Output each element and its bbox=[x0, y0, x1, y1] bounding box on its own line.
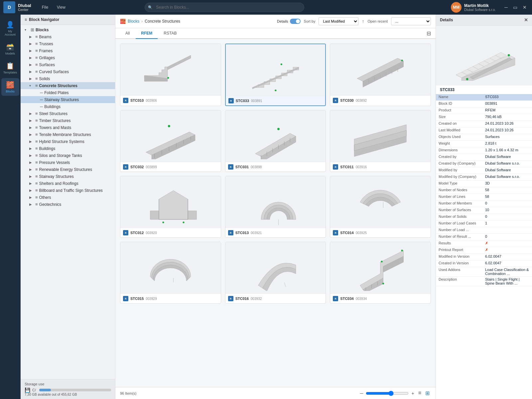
zoom-plus[interactable]: + bbox=[411, 391, 414, 396]
maximize-button[interactable]: ▭ bbox=[511, 4, 519, 11]
svg-point-70 bbox=[507, 54, 510, 57]
nav-item-trusses[interactable]: ▶ ≡ Trusses bbox=[21, 40, 115, 47]
minimize-button[interactable]: ─ bbox=[502, 4, 510, 11]
block-card-stc033[interactable]: R STC033 003891 bbox=[225, 44, 326, 106]
nav-item-curved-surfaces[interactable]: ▶ ≡ Curved Surfaces bbox=[21, 68, 115, 75]
block-card-stc031[interactable]: R STC031 003898 bbox=[225, 110, 326, 172]
nav-item-concrete-structures[interactable]: ▾ ≡ Concrete Structures bbox=[21, 82, 115, 89]
nav-item-towers-masts[interactable]: ▶ ≡ Towers and Masts bbox=[21, 124, 115, 131]
nav-item-geotechnics[interactable]: ▶ ≡ Geotechnics bbox=[21, 201, 115, 208]
nav-item-renewable[interactable]: ▶ ≡ Renewable Energy Structures bbox=[21, 166, 115, 173]
home-icon: 🧱 bbox=[120, 19, 126, 24]
search-input[interactable] bbox=[145, 3, 304, 12]
logo-icon: D bbox=[3, 1, 15, 13]
svg-marker-1 bbox=[168, 55, 191, 70]
nav-item-buildings-sub[interactable]: ─ Buildings bbox=[21, 103, 115, 110]
avatar: MM bbox=[451, 2, 462, 13]
detail-row: Block ID003891 bbox=[436, 101, 532, 107]
nav-item-silos[interactable]: ▶ ≡ Silos and Storage Tanks bbox=[21, 152, 115, 159]
nav-item-stairway-structures-sub[interactable]: ─ Stairway Structures bbox=[21, 96, 115, 103]
details-header: Details ✕ bbox=[436, 15, 532, 26]
detail-row: Number of Lines58 bbox=[436, 194, 532, 200]
detail-row: Created in Version6.02.0047 bbox=[436, 260, 532, 267]
nav-item-solids[interactable]: ▶ ≡ Solids bbox=[21, 75, 115, 82]
detail-row: Weight2.818 t bbox=[436, 141, 532, 147]
nav-header: ≡ Block Navigator bbox=[21, 15, 115, 25]
card-image bbox=[225, 242, 326, 294]
block-card-stc016[interactable]: R STC016 003932 bbox=[225, 242, 326, 304]
nav-item-surfaces[interactable]: ▶ ≡ Surfaces bbox=[21, 61, 115, 68]
tab-all[interactable]: All bbox=[120, 28, 135, 39]
nav-item-billboard[interactable]: ▶ ≡ Billboard and Traffic Sign Structure… bbox=[21, 187, 115, 194]
card-image bbox=[330, 110, 431, 162]
detail-row: ProductRFEM bbox=[436, 107, 532, 114]
block-card-stc014[interactable]: R STC014 003925 bbox=[330, 176, 431, 238]
open-recent-select[interactable]: ... bbox=[391, 17, 431, 25]
block-card-stc010[interactable]: R STC010 003906 bbox=[120, 44, 221, 106]
detail-row: Number of Solids0 bbox=[436, 214, 532, 220]
nav-item-grillages[interactable]: ▶ ≡ Grillages bbox=[21, 54, 115, 61]
nav-item-frames[interactable]: ▶ ≡ Frames bbox=[21, 47, 115, 54]
block-card-stc012[interactable]: R STC012 003920 bbox=[120, 176, 221, 238]
storage-bar-fill bbox=[39, 389, 51, 391]
nav-item-pressure[interactable]: ▶ ≡ Pressure Vessels bbox=[21, 159, 115, 166]
rfem-badge: R bbox=[333, 164, 338, 170]
detail-row: Modified in Version6.02.0047 bbox=[436, 254, 532, 260]
nav-item-folded-plates[interactable]: ─ Folded Plates bbox=[21, 89, 115, 96]
nav-item-beams[interactable]: ▶ ≡ Beams bbox=[21, 33, 115, 40]
block-card-stc034[interactable]: R STC034 003934 bbox=[330, 242, 431, 304]
nav-item-steel-structures[interactable]: ▶ ≡ Steel Structures bbox=[21, 110, 115, 117]
block-card-stc011[interactable]: R STC011 003916 bbox=[330, 110, 431, 172]
zoom-slider[interactable] bbox=[366, 391, 409, 396]
zoom-minus[interactable]: ─ bbox=[360, 391, 363, 396]
svg-marker-41 bbox=[159, 191, 188, 219]
details-close-button[interactable]: ✕ bbox=[524, 17, 528, 23]
details-toggle[interactable]: Details bbox=[277, 19, 301, 24]
nav-item-stairway[interactable]: ▶ ≡ Stairway Structures bbox=[21, 173, 115, 180]
detail-row: NameSTC033 bbox=[436, 94, 532, 101]
toggle-track[interactable] bbox=[290, 19, 301, 24]
rfem-badge: R bbox=[333, 98, 338, 103]
block-card-stc030[interactable]: R STC030 003892 bbox=[330, 44, 431, 106]
nav-item-others[interactable]: ▶ ≡ Others bbox=[21, 194, 115, 201]
block-card-stc015[interactable]: R STC015 003929 bbox=[120, 242, 221, 304]
file-menu[interactable]: File bbox=[38, 3, 52, 12]
sidebar-item-my-account[interactable]: 👤 My Account bbox=[1, 18, 19, 39]
filter-icon[interactable]: ⊟ bbox=[427, 30, 431, 37]
card-image bbox=[120, 176, 221, 228]
block-card-stc032[interactable]: R STC032 003899 bbox=[120, 110, 221, 172]
view-menu[interactable]: View bbox=[53, 3, 69, 12]
breadcrumb-bar: 🧱 Blocks › Concrete Structures Details S… bbox=[115, 15, 436, 28]
nav-item-hybrid-structure[interactable]: ▶ ≡ Hybrid Structure Systems bbox=[21, 138, 115, 145]
detail-row: Dimensions1.20 x 1.66 x 4.32 m bbox=[436, 147, 532, 154]
sidebar-item-templates[interactable]: 📋 Templates bbox=[1, 59, 19, 77]
tab-rstab[interactable]: RSTAB bbox=[158, 28, 182, 39]
breadcrumb-home[interactable]: Blocks bbox=[128, 19, 139, 24]
nav-item-timber-structures[interactable]: ▶ ≡ Timber Structures bbox=[21, 117, 115, 124]
detail-row: Number of Members0 bbox=[436, 200, 532, 207]
detail-row: Number of Result ...0 bbox=[436, 234, 532, 240]
rfem-badge: R bbox=[333, 230, 338, 235]
detail-row: Created by (Company)Dlubal Software s.r.… bbox=[436, 161, 532, 167]
nav-item-tensile-membrane[interactable]: ▶ ≡ Tensile Membrane Structures bbox=[21, 131, 115, 138]
card-image bbox=[120, 44, 221, 95]
svg-point-71 bbox=[466, 78, 468, 80]
sort-direction-button[interactable]: ↑ bbox=[362, 19, 364, 24]
svg-point-44 bbox=[162, 221, 164, 223]
grid-view-button[interactable]: ⊞ bbox=[424, 389, 431, 397]
list-view-button[interactable]: ≡ bbox=[417, 389, 423, 397]
sidebar-item-models[interactable]: 🗃️ Models bbox=[1, 40, 19, 58]
tabs-bar: All RFEM RSTAB ⊟ bbox=[115, 28, 436, 39]
sidebar-item-blocks[interactable]: 🧱 Blocks bbox=[1, 78, 19, 96]
tab-rfem[interactable]: RFEM bbox=[136, 28, 158, 39]
close-button[interactable]: ✕ bbox=[521, 4, 529, 11]
svg-point-56 bbox=[381, 261, 383, 262]
block-card-stc013[interactable]: R STC013 003921 bbox=[225, 176, 326, 238]
detail-row: Size790,46 kB bbox=[436, 114, 532, 121]
nav-item-blocks[interactable]: ▾ ⊞ Blocks bbox=[21, 26, 115, 33]
nav-item-buildings[interactable]: ▶ ≡ Buildings bbox=[21, 145, 115, 152]
svg-point-6 bbox=[280, 63, 282, 65]
nav-item-shelters[interactable]: ▶ ≡ Shelters and Roofings bbox=[21, 180, 115, 187]
svg-point-35 bbox=[277, 128, 280, 130]
sort-select[interactable]: Last Modified bbox=[319, 17, 358, 25]
